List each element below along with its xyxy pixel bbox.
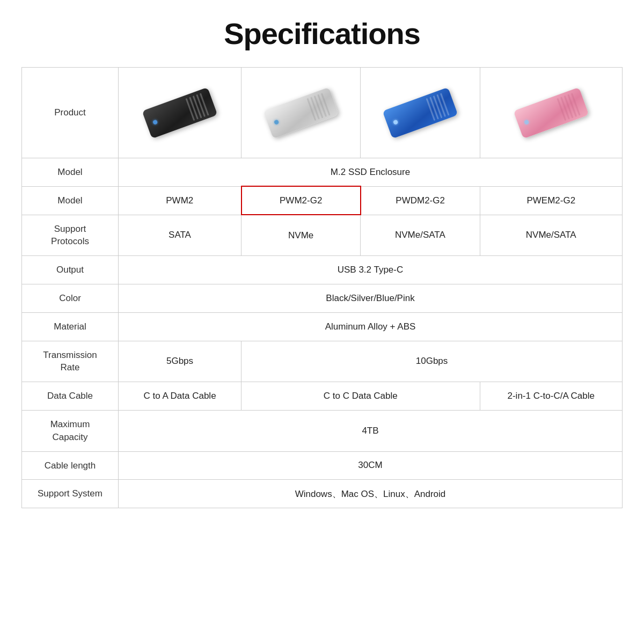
label-output: Output [22, 256, 119, 284]
model-pwdm2-g2: PWDM2-G2 [361, 186, 480, 215]
label-model-individual: Model [22, 186, 119, 215]
product-image-pink [480, 68, 623, 158]
label-capacity: MaximumCapacity [22, 410, 119, 451]
label-protocols: SupportProtocols [22, 215, 119, 256]
transmission-10gbps: 10Gbps [241, 341, 623, 382]
model-pwem2-g2: PWEM2-G2 [480, 186, 623, 215]
table-row-capacity: MaximumCapacity 4TB [22, 410, 623, 451]
table-row-protocols: SupportProtocols SATA NVMe NVMe/SATA NVM… [22, 215, 623, 256]
protocol-pwem2-g2: NVMe/SATA [480, 215, 623, 256]
value-support-system: Windows、Mac OS、Linux、Android [119, 480, 623, 508]
label-model-full: Model [22, 158, 119, 187]
protocol-pwdm2-g2: NVMe/SATA [361, 215, 480, 256]
value-capacity: 4TB [119, 410, 623, 451]
protocol-pwm2: SATA [119, 215, 241, 256]
table-row-cable-length: Cable length 30CM [22, 451, 623, 480]
value-material: Aluminum Alloy + ABS [119, 312, 623, 341]
label-material: Material [22, 312, 119, 341]
model-pwm2: PWM2 [119, 186, 241, 215]
value-model-full: M.2 SSD Enclosure [119, 158, 623, 187]
transmission-5gbps: 5Gbps [119, 341, 241, 382]
table-row-cable: Data Cable C to A Data Cable C to C Data… [22, 382, 623, 411]
label-cable-length: Cable length [22, 451, 119, 480]
table-row-material: Material Aluminum Alloy + ABS [22, 312, 623, 341]
model-pwm2-g2: PWM2-G2 [241, 186, 361, 215]
product-image-blue [361, 68, 480, 158]
value-cable-length: 30CM [119, 451, 623, 480]
label-cable: Data Cable [22, 382, 119, 411]
protocol-pwm2-g2: NVMe [241, 215, 361, 256]
label-color: Color [22, 284, 119, 312]
cable-ctc: C to C Data Cable [241, 382, 480, 411]
value-output: USB 3.2 Type-C [119, 256, 623, 284]
cable-cta: C to A Data Cable [119, 382, 241, 411]
table-row-model-individual: Model PWM2 PWM2-G2 PWDM2-G2 PWEM2-G2 [22, 186, 623, 215]
table-row-output: Output USB 3.2 Type-C [22, 256, 623, 284]
specifications-table: Product [21, 67, 623, 508]
table-row-product: Product [22, 68, 623, 158]
cable-2in1: 2-in-1 C-to-C/A Cable [480, 382, 623, 411]
label-transmission: TransmissionRate [22, 341, 119, 382]
label-product: Product [22, 68, 119, 158]
table-row-support-system: Support System Windows、Mac OS、Linux、Andr… [22, 480, 623, 508]
product-image-black [119, 68, 241, 158]
page-title: Specifications [224, 16, 420, 51]
table-row-color: Color Black/Silver/Blue/Pink [22, 284, 623, 312]
value-color: Black/Silver/Blue/Pink [119, 284, 623, 312]
product-image-silver [241, 68, 361, 158]
table-row-transmission: TransmissionRate 5Gbps 10Gbps [22, 341, 623, 382]
label-support-system: Support System [22, 480, 119, 508]
table-row-model-full: Model M.2 SSD Enclosure [22, 158, 623, 187]
